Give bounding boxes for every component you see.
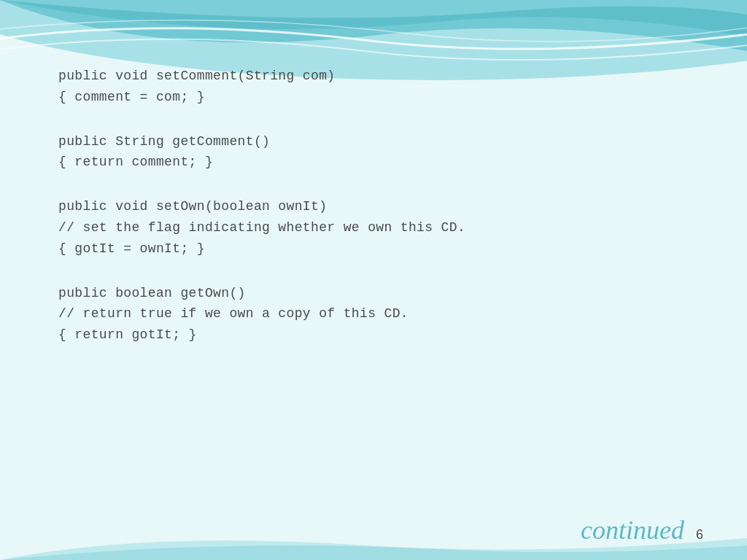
code-line-9-comment: // return true if we own a copy of this … bbox=[58, 303, 689, 324]
page-number: 6 bbox=[696, 527, 703, 542]
code-line-3: public String getComment() bbox=[58, 131, 689, 152]
set-own-section: public void setOwn(boolean ownIt) // set… bbox=[58, 196, 689, 259]
code-line-10: { return gotIt; } bbox=[58, 324, 689, 346]
code-line-1: public void setComment(String com) bbox=[58, 66, 689, 87]
code-line-5: public void setOwn(boolean ownIt) bbox=[58, 196, 689, 217]
code-line-4: { return comment; } bbox=[58, 152, 689, 173]
get-own-section: public boolean getOwn() // return true i… bbox=[58, 283, 689, 346]
code-line-8: public boolean getOwn() bbox=[58, 283, 689, 304]
code-block: public void setComment(String com) { com… bbox=[58, 66, 689, 346]
code-line-2: { comment = com; } bbox=[58, 87, 689, 108]
slide-content: public void setComment(String com) { com… bbox=[58, 66, 689, 502]
code-line-6-comment: // set the flag indicating whether we ow… bbox=[58, 217, 689, 238]
get-comment-section: public String getComment() { return comm… bbox=[58, 131, 689, 174]
set-comment-section: public void setComment(String com) { com… bbox=[58, 66, 689, 108]
slide-footer: continued 6 bbox=[581, 515, 703, 545]
code-line-7: { gotIt = ownIt; } bbox=[58, 238, 689, 260]
continued-label: continued bbox=[581, 515, 684, 545]
